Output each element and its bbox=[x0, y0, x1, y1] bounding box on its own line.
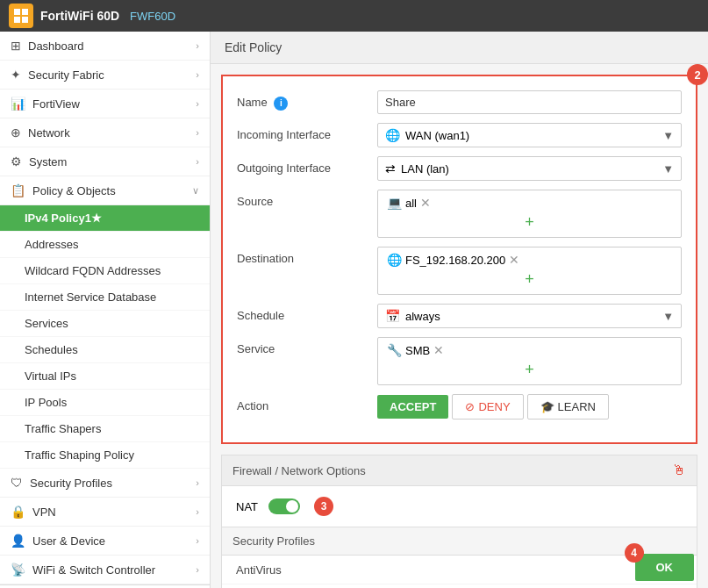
schedule-row: Schedule 📅 always ▼ bbox=[237, 304, 682, 328]
chevron-icon: › bbox=[196, 564, 199, 575]
source-label: Source bbox=[237, 190, 377, 208]
sidebar-item-wildcard-fqdn[interactable]: Wildcard FQDN Addresses bbox=[0, 258, 210, 284]
sidebar-sub-label: Traffic Shapers bbox=[25, 422, 101, 435]
name-input[interactable] bbox=[377, 90, 682, 114]
form-badge: 2 bbox=[687, 64, 708, 85]
bottom-bar: 4 OK bbox=[621, 547, 709, 588]
learn-button[interactable]: 🎓 LEARN bbox=[527, 394, 609, 419]
outgoing-label: Outgoing Interface bbox=[237, 156, 377, 175]
service-control: 🔧 SMB ✕ + bbox=[377, 337, 682, 385]
service-add-button[interactable]: + bbox=[383, 359, 676, 381]
name-label: Name i bbox=[237, 90, 377, 111]
outgoing-interface-row: Outgoing Interface ⇄ LAN (lan) ▼ bbox=[237, 156, 682, 181]
info-icon[interactable]: i bbox=[274, 97, 288, 111]
sidebar-item-security-fabric[interactable]: ✦ Security Fabric › bbox=[0, 61, 210, 90]
action-buttons: ACCEPT ⊘ DENY 🎓 LEARN bbox=[377, 394, 682, 419]
sidebar-item-vpn[interactable]: 🔒 VPN › bbox=[0, 498, 210, 527]
service-tag-box[interactable]: 🔧 SMB ✕ + bbox=[377, 337, 682, 385]
deny-button[interactable]: ⊘ DENY bbox=[452, 394, 523, 419]
system-icon: ⚙ bbox=[11, 154, 22, 169]
sidebar-item-internet-service-db[interactable]: Internet Service Database bbox=[0, 284, 210, 311]
sidebar-item-dashboard[interactable]: ⊞ Dashboard › bbox=[0, 32, 210, 61]
sidebar-item-traffic-shaping[interactable]: Traffic Shaping Policy bbox=[0, 442, 210, 469]
accept-button[interactable]: ACCEPT bbox=[377, 395, 448, 419]
outgoing-select[interactable]: ⇄ LAN (lan) ▼ bbox=[377, 156, 682, 181]
destination-tag-box[interactable]: 🌐 FS_192.168.20.200 ✕ + bbox=[377, 247, 682, 295]
service-icon: 🔧 bbox=[387, 343, 402, 357]
svg-rect-2 bbox=[14, 17, 20, 23]
sidebar-item-label: Security Fabric bbox=[28, 68, 196, 82]
source-add-button[interactable]: + bbox=[383, 212, 676, 233]
service-remove-button[interactable]: ✕ bbox=[433, 343, 444, 357]
schedule-label: Schedule bbox=[237, 304, 377, 322]
destination-icon: 🌐 bbox=[387, 253, 402, 267]
schedule-icon: 📅 bbox=[385, 309, 400, 323]
source-tag: 💻 all ✕ bbox=[383, 194, 434, 212]
outgoing-value: LAN (lan) bbox=[401, 162, 662, 176]
sidebar-item-virtual-ips[interactable]: Virtual IPs bbox=[0, 363, 210, 390]
destination-remove-button[interactable]: ✕ bbox=[509, 253, 519, 267]
dropdown-arrow-icon: ▼ bbox=[662, 310, 674, 323]
chevron-icon: › bbox=[196, 40, 199, 51]
cursor-indicator: 🖱 bbox=[672, 463, 686, 478]
nav-badge: 1 bbox=[85, 212, 91, 225]
chevron-icon: › bbox=[196, 98, 199, 109]
policy-icon: 📋 bbox=[11, 183, 25, 197]
name-row: Name i bbox=[237, 90, 682, 114]
sidebar-item-label: Security Profiles bbox=[30, 477, 196, 490]
incoming-label: Incoming Interface bbox=[237, 123, 377, 141]
sidebar-item-addresses[interactable]: Addresses bbox=[0, 232, 210, 258]
sidebar-search-bar[interactable]: 🔍 bbox=[0, 584, 210, 588]
sidebar-sub-label: IPv4 Policy bbox=[25, 212, 85, 225]
vpn-icon: 🔒 bbox=[11, 505, 25, 519]
ok-badge: 4 bbox=[625, 543, 644, 563]
sidebar-item-network[interactable]: ⊕ Network › bbox=[0, 118, 210, 147]
schedule-value: always bbox=[405, 310, 662, 323]
chevron-icon: › bbox=[196, 506, 199, 517]
sidebar-item-policy-objects[interactable]: 📋 Policy & Objects ∨ bbox=[0, 176, 210, 205]
learn-icon: 🎓 bbox=[540, 400, 554, 413]
name-control bbox=[377, 90, 682, 114]
sidebar-sub-label: Internet Service Database bbox=[25, 290, 156, 304]
sidebar-sub-label: Schedules bbox=[25, 343, 78, 356]
sidebar-item-schedules[interactable]: Schedules bbox=[0, 337, 210, 363]
wifi-icon: 📡 bbox=[11, 563, 25, 577]
sidebar-item-traffic-shapers[interactable]: Traffic Shapers bbox=[0, 416, 210, 442]
schedule-select[interactable]: 📅 always ▼ bbox=[377, 304, 682, 328]
page-title: Edit Policy bbox=[211, 32, 708, 64]
sidebar-item-label: System bbox=[29, 155, 196, 169]
sidebar-sub-label: Traffic Shaping Policy bbox=[25, 448, 134, 462]
dashboard-icon: ⊞ bbox=[11, 39, 21, 53]
destination-value: FS_192.168.20.200 bbox=[405, 254, 505, 267]
action-label: Action bbox=[237, 394, 377, 412]
sidebar: ⊞ Dashboard › ✦ Security Fabric › 📊 Fort… bbox=[0, 32, 211, 588]
sidebar-item-wifi-switch[interactable]: 📡 WiFi & Switch Controller › bbox=[0, 556, 210, 584]
lan-icon: ⇄ bbox=[385, 161, 396, 176]
sidebar-item-ip-pools[interactable]: IP Pools bbox=[0, 390, 210, 416]
device-name: FortiWiFi 60D bbox=[40, 9, 119, 23]
sidebar-item-security-profiles[interactable]: 🛡 Security Profiles › bbox=[0, 469, 210, 498]
fortiview-icon: 📊 bbox=[11, 97, 25, 111]
network-icon: ⊕ bbox=[11, 125, 21, 140]
source-row: Source 💻 all ✕ + bbox=[237, 190, 682, 238]
nat-toggle[interactable] bbox=[268, 498, 300, 514]
sidebar-item-ipv4-policy[interactable]: IPv4 Policy 1 ★ bbox=[0, 205, 210, 232]
sidebar-item-system[interactable]: ⚙ System › bbox=[0, 147, 210, 176]
sidebar-sub-label: Wildcard FQDN Addresses bbox=[25, 264, 161, 277]
sidebar-item-fortiview[interactable]: 📊 FortiView › bbox=[0, 90, 210, 118]
destination-add-button[interactable]: + bbox=[383, 269, 676, 290]
sidebar-item-user-device[interactable]: 👤 User & Device › bbox=[0, 527, 210, 556]
deny-icon: ⊘ bbox=[465, 400, 475, 413]
source-tag-box[interactable]: 💻 all ✕ + bbox=[377, 190, 682, 238]
source-remove-button[interactable]: ✕ bbox=[420, 196, 431, 210]
action-control: ACCEPT ⊘ DENY 🎓 LEARN bbox=[377, 394, 682, 419]
sidebar-item-label: VPN bbox=[32, 506, 196, 519]
content-area: Edit Policy 2 Name i Incoming Interfac bbox=[211, 32, 708, 588]
source-icon: 💻 bbox=[387, 196, 402, 210]
ok-button[interactable]: 4 OK bbox=[635, 554, 695, 581]
nat-badge: 3 bbox=[314, 497, 333, 516]
destination-row: Destination 🌐 FS_192.168.20.200 ✕ + bbox=[237, 247, 682, 295]
sidebar-item-services[interactable]: Services bbox=[0, 311, 210, 337]
incoming-select[interactable]: 🌐 WAN (wan1) ▼ bbox=[377, 123, 682, 147]
sidebar-item-label: User & Device bbox=[32, 534, 196, 548]
